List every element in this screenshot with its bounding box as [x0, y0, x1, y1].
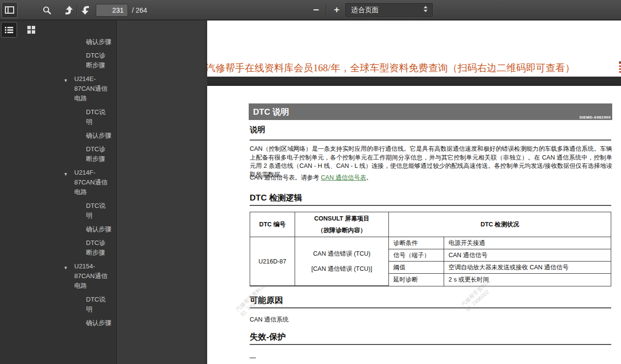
toolbar-separator: [77, 5, 77, 16]
failsafe-text: —: [250, 354, 256, 361]
section-rule: [250, 344, 611, 345]
table-header-dtc-no: DTC 编号: [250, 212, 295, 237]
section-title-logic: DTC 检测逻辑: [250, 192, 302, 203]
table-cell-condition-label: 延时诊断: [389, 274, 444, 286]
consult-item-line1: CAN 通信错误 (TCU): [313, 250, 370, 258]
pdf-page-previous: 汽修帮手在线资料库会员168/年，全球车型资料免费查询（扫码右边二维码即可查看）: [207, 20, 621, 77]
zoom-scale-select[interactable]: 适合页面: [345, 3, 433, 17]
previous-page-button[interactable]: [62, 4, 76, 17]
viewer-area[interactable]: 汽修帮手在线资料库会员168/年，全球车型资料免费查询（扫码右边二维码即可查看）…: [117, 20, 621, 364]
expand-triangle-icon[interactable]: ▼: [64, 76, 68, 85]
outline-item[interactable]: 确认步骤: [0, 37, 111, 47]
toolbar-separator: [326, 5, 326, 16]
ad-banner-text: 汽修帮手在线资料库会员168/年，全球车型资料免费查询（扫码右边二维码即可查看）: [207, 61, 621, 75]
reference-prefix: CAN 通信信号表。请参考: [250, 174, 321, 181]
sidebar-toggle-icon: [5, 6, 14, 14]
outline-item[interactable]: ▼ U214E-87CAN通信电路: [0, 74, 109, 103]
outline-item[interactable]: 确认步骤: [0, 224, 111, 234]
outline-item[interactable]: DTC说明: [0, 201, 111, 221]
reference-line: CAN 通信信号表。请参考 CAN 通信信号表。: [250, 174, 372, 182]
section-rule: [250, 205, 611, 206]
arrow-down-icon: [80, 5, 91, 16]
dtc-header-title: DTC 说明: [253, 106, 289, 118]
search-button[interactable]: [41, 4, 53, 17]
section-title-desc: 说明: [250, 125, 265, 135]
plus-icon: +: [334, 4, 339, 15]
outline-item[interactable]: DTC诊断步骤: [0, 51, 111, 70]
outline-item[interactable]: DTC说明: [0, 107, 111, 127]
sidebar-toggle-button[interactable]: [1, 2, 18, 18]
section-rule: [250, 307, 611, 308]
table-cell-condition-label: 阈值: [389, 262, 444, 274]
can-signal-table-link[interactable]: CAN 通信信号表: [321, 174, 366, 181]
possible-cause-text: CAN 通信系统: [250, 316, 289, 324]
outline-item[interactable]: DTC说明: [0, 295, 111, 314]
section-title-cause: 可能原因: [250, 295, 283, 306]
document-code: SIEMD-6982900: [579, 115, 611, 120]
outline-item[interactable]: 确认步骤: [0, 318, 111, 328]
document-outline: 确认步骤 DTC诊断步骤 ▼ U214E-87CAN通信电路 DTC说明 确认步…: [0, 37, 116, 364]
outline-item[interactable]: ▼ U2154-87CAN通信电路: [0, 262, 109, 291]
search-icon: [43, 6, 51, 15]
pdf-page-current: DTC 说明 SIEMD-6982900 说明 CAN（控制区域网络）是一条支持…: [207, 86, 621, 364]
dtc-detection-table: DTC 编号 CONSULT 屏幕项目 （故障诊断内容） DTC 检测状况 U2…: [250, 212, 611, 286]
outline-item-label: U2154-87CAN通信电路: [74, 263, 107, 289]
page-count-label: / 264: [132, 6, 147, 14]
thumbnails-grid-icon: [27, 26, 35, 34]
outline-item[interactable]: ▼ U214F-87CAN通信电路: [0, 168, 109, 197]
table-cell-condition-value: 空调自动放大器未发送或接收 CAN 通信信号: [444, 262, 611, 274]
table-cell-condition-value: 电源开关接通: [444, 237, 611, 249]
zoom-out-button[interactable]: −: [310, 3, 322, 17]
table-cell-condition-value: CAN 通信信号: [444, 249, 611, 262]
table-header-consult: CONSULT 屏幕项目 （故障诊断内容）: [295, 212, 389, 237]
page-gap: [207, 77, 621, 86]
consult-item-line2: [CAN 通信错误 (TCU)]: [311, 265, 372, 273]
outline-view-button[interactable]: [1, 22, 17, 38]
table-cell-condition-value: 2 s 或更长时间: [444, 274, 611, 286]
page-edge-artifact: [619, 62, 621, 73]
outline-item[interactable]: 确认步骤: [0, 131, 111, 141]
outline-item-label: U214E-87CAN通信电路: [74, 75, 107, 102]
table-header-status: DTC 检测状况: [389, 212, 611, 237]
consult-header-line1: CONSULT 屏幕项目: [314, 215, 369, 223]
consult-header-line2: （故障诊断内容）: [318, 226, 366, 235]
section-title-failsafe: 失效-保护: [250, 331, 286, 343]
expand-triangle-icon[interactable]: ▼: [64, 169, 68, 179]
outline-item[interactable]: DTC诊断步骤: [0, 238, 111, 258]
page-number-input[interactable]: [96, 4, 128, 17]
reference-suffix: 。: [366, 174, 372, 181]
chevron-updown-icon: [424, 6, 428, 12]
dtc-header-bar: DTC 说明 SIEMD-6982900: [249, 103, 612, 120]
zoom-scale-value: 适合页面: [351, 6, 379, 15]
zoom-in-button[interactable]: +: [330, 3, 343, 17]
section-rule: [250, 140, 611, 141]
table-cell-dtc-code: U216D-87: [250, 237, 295, 286]
toolbar: / 264 − + 适合页面: [0, 0, 621, 20]
next-page-button[interactable]: [79, 4, 92, 17]
minus-icon: −: [313, 4, 319, 16]
arrow-up-icon: [64, 5, 74, 16]
pdf-viewer: / 264 − + 适合页面: [0, 0, 621, 364]
table-cell-condition-label: 诊断条件: [389, 237, 444, 249]
outline-item[interactable]: DTC诊断步骤: [0, 144, 111, 164]
thumbnail-view-button[interactable]: [23, 22, 39, 38]
outline-item-label: U214F-87CAN通信电路: [74, 169, 107, 196]
outline-list-icon: [5, 26, 13, 34]
table-cell-condition-label: 信号（端子）: [389, 249, 444, 262]
sidebar: 确认步骤 DTC诊断步骤 ▼ U214E-87CAN通信电路 DTC说明 确认步…: [0, 20, 117, 364]
table-cell-consult-item: CAN 通信错误 (TCU) [CAN 通信错误 (TCU)]: [295, 237, 389, 286]
expand-triangle-icon[interactable]: ▼: [64, 263, 68, 273]
